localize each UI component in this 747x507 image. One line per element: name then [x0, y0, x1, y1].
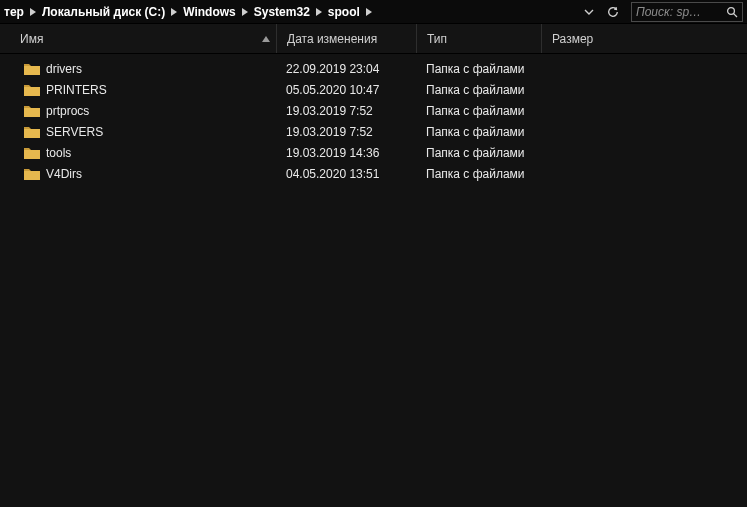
file-date: 22.09.2019 23:04: [276, 62, 416, 76]
file-date: 19.03.2019 7:52: [276, 104, 416, 118]
search-input[interactable]: [636, 5, 722, 19]
breadcrumb-item[interactable]: тер: [2, 5, 26, 19]
chevron-right-icon[interactable]: [167, 8, 181, 16]
folder-icon: [24, 125, 40, 139]
file-date: 05.05.2020 10:47: [276, 83, 416, 97]
file-type: Папка с файлами: [416, 167, 541, 181]
folder-icon: [24, 62, 40, 76]
file-date: 19.03.2019 14:36: [276, 146, 416, 160]
file-name: V4Dirs: [46, 167, 270, 181]
file-name: PRINTERS: [46, 83, 270, 97]
file-name: tools: [46, 146, 270, 160]
refresh-icon[interactable]: [605, 4, 621, 20]
file-list: drivers22.09.2019 23:04Папка с файламиPR…: [0, 54, 747, 184]
chevron-right-icon[interactable]: [312, 8, 326, 16]
file-type: Папка с файлами: [416, 104, 541, 118]
file-type: Папка с файлами: [416, 62, 541, 76]
svg-point-0: [728, 7, 735, 14]
breadcrumb-item[interactable]: System32: [252, 5, 312, 19]
chevron-right-icon[interactable]: [238, 8, 252, 16]
column-header-label: Тип: [427, 32, 447, 46]
file-name: prtprocs: [46, 104, 270, 118]
folder-icon: [24, 83, 40, 97]
column-header-label: Дата изменения: [287, 32, 377, 46]
search-icon[interactable]: [726, 6, 738, 18]
column-header-type[interactable]: Тип: [416, 24, 541, 53]
file-date: 04.05.2020 13:51: [276, 167, 416, 181]
history-dropdown-icon[interactable]: [581, 4, 597, 20]
file-row[interactable]: prtprocs19.03.2019 7:52Папка с файлами: [0, 100, 747, 121]
breadcrumb: тер Локальный диск (C:) Windows System32…: [0, 5, 577, 19]
file-type: Папка с файлами: [416, 146, 541, 160]
file-name: drivers: [46, 62, 270, 76]
column-header-label: Размер: [552, 32, 593, 46]
folder-icon: [24, 167, 40, 181]
folder-icon: [24, 104, 40, 118]
file-type: Папка с файлами: [416, 125, 541, 139]
address-bar: тер Локальный диск (C:) Windows System32…: [0, 0, 747, 24]
folder-icon: [24, 146, 40, 160]
chevron-right-icon[interactable]: [362, 8, 376, 16]
breadcrumb-item[interactable]: Windows: [181, 5, 238, 19]
search-box[interactable]: [631, 2, 743, 22]
file-date: 19.03.2019 7:52: [276, 125, 416, 139]
svg-line-1: [734, 13, 737, 16]
breadcrumb-item[interactable]: Локальный диск (C:): [40, 5, 167, 19]
file-type: Папка с файлами: [416, 83, 541, 97]
column-header-name[interactable]: Имя: [0, 24, 276, 53]
breadcrumb-item[interactable]: spool: [326, 5, 362, 19]
address-bar-buttons: [577, 4, 625, 20]
file-row[interactable]: V4Dirs04.05.2020 13:51Папка с файлами: [0, 163, 747, 184]
file-row[interactable]: drivers22.09.2019 23:04Папка с файлами: [0, 58, 747, 79]
sort-indicator-icon: [262, 36, 270, 42]
file-row[interactable]: SERVERS19.03.2019 7:52Папка с файлами: [0, 121, 747, 142]
chevron-right-icon[interactable]: [26, 8, 40, 16]
column-headers: Имя Дата изменения Тип Размер: [0, 24, 747, 54]
file-name: SERVERS: [46, 125, 270, 139]
file-row[interactable]: tools19.03.2019 14:36Папка с файлами: [0, 142, 747, 163]
column-header-size[interactable]: Размер: [541, 24, 716, 53]
file-row[interactable]: PRINTERS05.05.2020 10:47Папка с файлами: [0, 79, 747, 100]
column-header-date[interactable]: Дата изменения: [276, 24, 416, 53]
column-header-label: Имя: [20, 32, 43, 46]
